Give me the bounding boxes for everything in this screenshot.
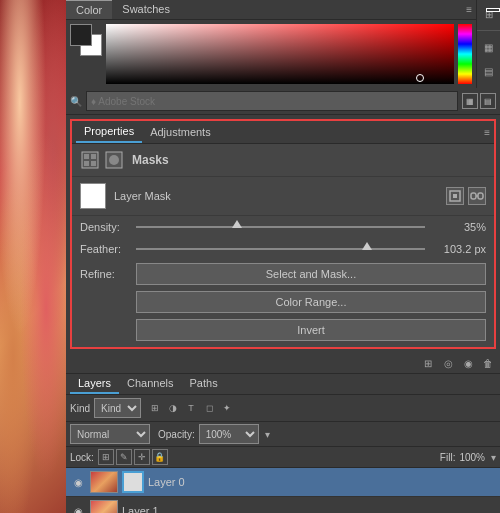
feather-label: Feather:	[80, 243, 130, 255]
layer-mask-thumb-0[interactable]	[122, 471, 144, 493]
color-gradient-container[interactable]	[106, 24, 454, 84]
tab-swatches[interactable]: Swatches	[112, 0, 180, 19]
invert-button[interactable]: Invert	[136, 319, 486, 341]
kind-adjust-icon[interactable]: ◑	[165, 400, 181, 416]
tab-paths[interactable]: Paths	[182, 374, 226, 394]
grid-view-icon[interactable]: ▦	[479, 37, 499, 57]
masks-pixel-icon	[80, 150, 100, 170]
fg-bg-selector[interactable]	[70, 24, 102, 56]
properties-panel: Properties Adjustments ≡	[70, 119, 496, 349]
masks-vector-icon	[104, 150, 124, 170]
feather-row: Feather: 103.2 px	[72, 238, 494, 260]
panel-toggle-icon[interactable]: ⊞	[479, 4, 499, 24]
color-panel-tabs: Color Swatches ≡	[66, 0, 476, 20]
kind-shape-icon[interactable]: ◻	[201, 400, 217, 416]
density-label: Density:	[80, 221, 130, 233]
spectrum-bar[interactable]	[458, 24, 472, 84]
trash-panel-icon[interactable]: 🗑	[480, 355, 496, 371]
layer-item-1[interactable]: ◉ Layer 1	[66, 497, 500, 513]
kind-smart-icon[interactable]: ✦	[219, 400, 235, 416]
layer-visibility-0[interactable]: ◉	[70, 474, 86, 490]
mask-apply-icon[interactable]	[446, 187, 464, 205]
grid-panel-icon[interactable]: ⊞	[420, 355, 436, 371]
tab-properties[interactable]: Properties	[76, 121, 142, 143]
lock-label: Lock:	[70, 452, 94, 463]
lock-icons: ⊞ ✎ ✛ 🔒	[98, 449, 168, 465]
tab-channels[interactable]: Channels	[119, 374, 181, 394]
svg-rect-2	[91, 154, 96, 159]
kind-label: Kind	[70, 403, 90, 414]
opacity-select[interactable]: 100%	[199, 424, 259, 444]
opacity-chevron-icon[interactable]: ▾	[265, 429, 270, 440]
svg-point-6	[109, 155, 119, 165]
layers-tabs: Layers Channels Paths	[66, 374, 500, 395]
layer-visibility-1[interactable]: ◉	[70, 503, 86, 513]
kind-icons: ⊞ ◑ T ◻ ✦	[147, 400, 235, 416]
svg-rect-1	[84, 154, 89, 159]
canvas-image	[0, 0, 66, 513]
panel-menu-icon[interactable]: ≡	[466, 4, 472, 15]
feather-slider[interactable]	[136, 242, 425, 256]
search-icon: 🔍	[70, 96, 82, 107]
layer-mask-label: Layer Mask	[114, 190, 446, 202]
panel-header-icons: ⊞ ◎ ◉ 🗑	[420, 355, 496, 371]
lock-position-icon[interactable]: ✛	[134, 449, 150, 465]
color-gradient[interactable]	[106, 24, 454, 84]
invert-row: Invert	[72, 316, 494, 347]
fill-value: 100%	[459, 452, 485, 463]
fill-label: Fill:	[440, 452, 456, 463]
refine-label: Refine:	[80, 268, 130, 280]
kind-pixel-icon[interactable]: ⊞	[147, 400, 163, 416]
lock-image-icon[interactable]: ✎	[116, 449, 132, 465]
blend-mode-select[interactable]: Normal	[70, 424, 150, 444]
tab-adjustments[interactable]: Adjustments	[142, 122, 219, 142]
color-range-button[interactable]: Color Range...	[136, 291, 486, 313]
layers-panel-header: ⊞ ◎ ◉ 🗑	[66, 353, 500, 374]
blend-opacity-row: Normal Opacity: 100% ▾	[66, 422, 500, 447]
lock-artboard-icon[interactable]: 🔒	[152, 449, 168, 465]
pixel-panel-icon[interactable]: ◎	[440, 355, 456, 371]
foreground-color[interactable]	[70, 24, 92, 46]
fill-chevron-icon[interactable]: ▾	[491, 452, 496, 463]
color-panel: Color Swatches ≡	[66, 0, 500, 115]
density-row: Density: 35%	[72, 216, 494, 238]
layer-mask-preview[interactable]	[80, 183, 106, 209]
layer-name-1: Layer 1	[122, 505, 496, 513]
layer-name-0: Layer 0	[148, 476, 496, 488]
density-slider[interactable]	[136, 220, 425, 234]
lock-transparent-icon[interactable]: ⊞	[98, 449, 114, 465]
svg-rect-8	[453, 194, 457, 198]
masks-header: Masks	[72, 144, 494, 177]
layer-item-0[interactable]: ◉ Layer 0	[66, 468, 500, 497]
density-value: 35%	[431, 221, 486, 233]
kind-text-icon[interactable]: T	[183, 400, 199, 416]
svg-rect-9	[471, 193, 476, 199]
layer-thumb-0	[90, 471, 118, 493]
view-toggle: ▦ ▤	[462, 93, 496, 109]
properties-tabs: Properties Adjustments ≡	[72, 121, 494, 144]
lock-row: Lock: ⊞ ✎ ✛ 🔒 Fill: 100% ▾	[66, 447, 500, 468]
kind-select[interactable]: Kind	[94, 398, 141, 418]
masks-title: Masks	[132, 153, 169, 167]
search-input[interactable]	[86, 91, 458, 111]
list-view-icon[interactable]: ▤	[479, 61, 499, 81]
opacity-label: Opacity:	[158, 429, 195, 440]
mask-link-icon[interactable]	[468, 187, 486, 205]
image-canvas	[0, 0, 66, 513]
layers-panel: ⊞ ◎ ◉ 🗑 Layers Channels Paths Kind Kind	[66, 353, 500, 513]
eye-panel-icon[interactable]: ◉	[460, 355, 476, 371]
select-mask-button[interactable]: Select and Mask...	[136, 263, 486, 285]
grid-icon-1[interactable]: ▦	[462, 93, 478, 109]
tab-layers[interactable]: Layers	[70, 374, 119, 394]
tab-color[interactable]: Color	[66, 0, 112, 19]
layer-mask-row: Layer Mask	[72, 177, 494, 216]
color-range-row: Color Range...	[72, 288, 494, 316]
properties-menu-icon[interactable]: ≡	[484, 127, 490, 138]
feather-thumb[interactable]	[362, 242, 372, 250]
svg-rect-4	[91, 161, 96, 166]
grid-icon-2[interactable]: ▤	[480, 93, 496, 109]
svg-rect-3	[84, 161, 89, 166]
color-picker	[66, 20, 476, 88]
search-area: 🔍 ▦ ▤	[66, 88, 500, 114]
density-thumb[interactable]	[232, 220, 242, 228]
